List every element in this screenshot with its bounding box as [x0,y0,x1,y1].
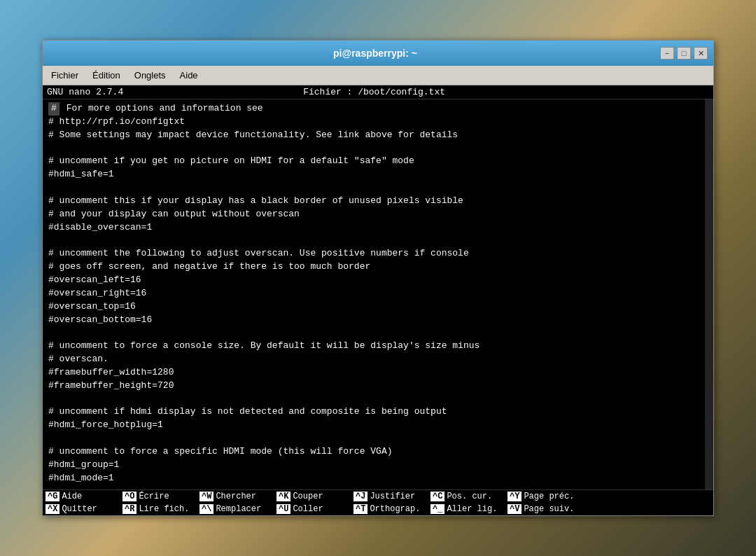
key-badge: ^C [430,492,444,501]
status-label: Page suiv. [524,504,574,514]
menu-fichier[interactable]: Fichier [46,69,84,82]
key-badge: ^U [276,504,290,514]
key-badge: ^J [354,492,368,501]
status-item: ^W Chercher [197,490,274,503]
status-item: ^U Coller [274,503,351,515]
key-badge: ^O [122,492,136,501]
editor-header: GNU nano 2.7.4 Fichier : /boot/config.tx… [43,85,713,99]
status-label: Aller lig. [447,504,497,514]
status-item: ^R Lire fich. [120,503,197,515]
status-item: ^T Orthograp. [351,503,428,515]
status-item: ^C Pos. cur. [428,490,505,503]
status-item: ^O Écrire [120,490,197,503]
editor-app-name: GNU nano 2.7.4 [47,87,123,97]
status-item: ^J Justifier [351,490,428,503]
status-label: Pos. cur. [447,492,492,501]
status-label: Justifier [370,492,415,501]
status-label: Lire fich. [139,504,189,514]
title-bar: pi@raspberrypi: ~ − □ ✕ [43,41,713,66]
close-button[interactable]: ✕ [694,47,708,60]
key-badge: ^Y [507,492,522,501]
status-item: ^\ Remplacer [197,503,274,515]
key-badge: ^T [354,504,368,514]
menu-bar: Fichier Édition Onglets Aide [43,66,713,85]
status-item: ^V Page suiv. [505,503,582,515]
terminal-window: pi@raspberrypi: ~ − □ ✕ Fichier Édition … [42,40,714,516]
editor-main: # For more options and information see #… [43,99,713,489]
status-item: ^Y Page préc. [505,490,582,503]
scrollbar[interactable] [705,99,713,489]
status-item: ^_ Aller lig. [428,503,505,515]
status-label: Chercher [216,492,256,501]
key-badge: ^X [46,504,59,514]
window-controls: − □ ✕ [660,47,708,60]
status-label: Remplacer [216,504,261,514]
key-badge: ^R [122,504,136,514]
status-bar: ^G Aide ^O Écrire ^W Chercher ^K Couper … [43,489,713,515]
key-badge: ^K [276,492,290,501]
maximize-button[interactable]: □ [677,47,691,60]
key-badge: ^V [507,504,522,514]
menu-onglets[interactable]: Onglets [129,69,172,82]
minimize-button[interactable]: − [660,47,674,60]
status-label: Orthograp. [370,504,420,514]
status-item: ^G Aide [43,490,120,503]
status-item: ^X Quitter [43,503,120,515]
status-label: Couper [293,492,323,501]
window-title: pi@raspberrypi: ~ [90,48,660,59]
editor-content[interactable]: # For more options and information see #… [43,99,705,489]
status-label: Coller [293,504,323,514]
key-badge: ^G [46,492,59,501]
status-rows: ^G Aide ^O Écrire ^W Chercher ^K Couper … [43,490,713,515]
status-item: ^K Couper [274,490,351,503]
editor-area: GNU nano 2.7.4 Fichier : /boot/config.tx… [43,85,713,515]
menu-edition[interactable]: Édition [87,69,126,82]
key-badge: ^\ [200,504,214,514]
status-label: Aide [62,492,82,501]
editor-filename: Fichier : /boot/config.txt [303,87,445,97]
status-label: Page préc. [524,492,574,501]
key-badge: ^W [200,492,214,501]
key-badge: ^_ [430,504,444,514]
status-label: Quitter [62,504,97,514]
menu-aide[interactable]: Aide [174,69,204,82]
status-label: Écrire [139,492,169,501]
